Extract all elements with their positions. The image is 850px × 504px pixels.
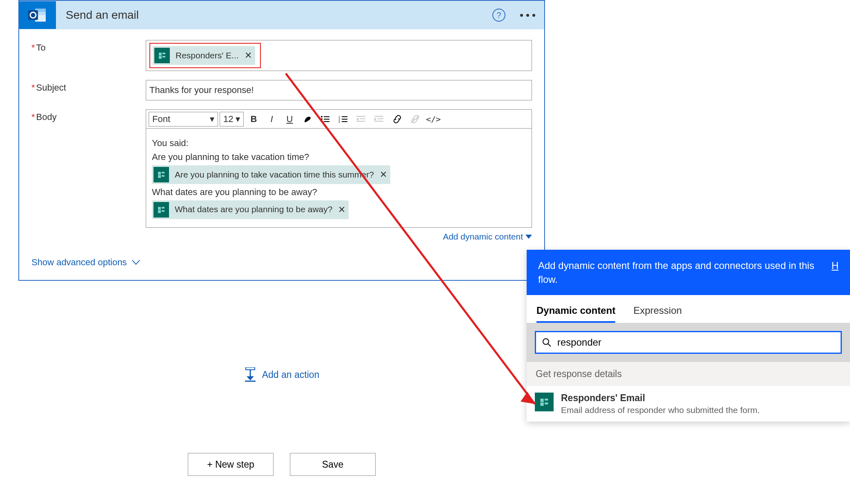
number-list-button[interactable]: 123: [335, 112, 352, 127]
svg-rect-10: [162, 56, 165, 58]
save-button[interactable]: Save: [290, 453, 376, 476]
chevron-down-icon: ▾: [236, 114, 240, 124]
svg-rect-34: [162, 175, 165, 177]
svg-rect-48: [545, 399, 548, 401]
body-text: Are you planning to take vacation time?: [152, 151, 526, 164]
subject-value: Thanks for your response!: [149, 85, 254, 95]
forms-icon: [154, 167, 169, 182]
dynamic-content-search[interactable]: [535, 331, 842, 354]
show-advanced-options[interactable]: Show advanced options: [31, 257, 532, 268]
body-editor[interactable]: You said: Are you planning to take vacat…: [146, 128, 532, 228]
chevron-down-icon: ▾: [210, 114, 214, 124]
card-header[interactable]: Send an email ?: [19, 1, 544, 29]
color-button[interactable]: [299, 112, 316, 127]
add-action-button[interactable]: Add an action: [18, 367, 545, 382]
svg-rect-14: [324, 119, 329, 120]
search-input[interactable]: [557, 337, 835, 348]
underline-button[interactable]: U: [281, 112, 298, 127]
item-title: Responders' Email: [561, 393, 760, 404]
svg-rect-28: [374, 121, 383, 122]
code-view-button[interactable]: </>: [425, 112, 441, 127]
to-token[interactable]: Responders' E... ✕: [153, 46, 255, 65]
body-token-1[interactable]: Are you planning to take vacation time t…: [152, 165, 390, 184]
svg-text:3: 3: [338, 120, 340, 123]
svg-rect-46: [541, 399, 544, 402]
svg-rect-33: [162, 172, 165, 173]
svg-rect-38: [162, 207, 165, 209]
svg-rect-16: [324, 121, 329, 122]
unlink-button[interactable]: [407, 112, 423, 127]
svg-rect-37: [158, 210, 161, 213]
to-token-highlight: Responders' E... ✕: [149, 43, 261, 68]
italic-button[interactable]: I: [263, 112, 280, 127]
svg-rect-24: [360, 118, 365, 119]
font-select[interactable]: Font▾: [149, 112, 218, 127]
svg-rect-47: [541, 402, 544, 406]
body-text: What dates are you planning to be away?: [152, 186, 526, 199]
item-description: Email address of responder who submitted…: [561, 405, 760, 415]
add-action-label: Add an action: [262, 369, 320, 380]
tab-dynamic-content[interactable]: Dynamic content: [536, 305, 615, 323]
bold-button[interactable]: B: [245, 112, 262, 127]
rte-toolbar: Font▾ 12▾ B I U 123: [146, 109, 532, 128]
svg-rect-49: [545, 402, 548, 404]
tab-expression[interactable]: Expression: [633, 305, 682, 323]
add-dynamic-content-link[interactable]: Add dynamic content: [146, 232, 532, 242]
body-token-2[interactable]: What dates are you planning to be away? …: [152, 200, 349, 219]
subject-label: *Subject: [31, 80, 146, 93]
dynamic-content-item[interactable]: Responders' Email Email address of respo…: [527, 386, 850, 422]
svg-rect-7: [159, 53, 162, 56]
add-action-icon: [244, 367, 256, 382]
svg-point-15: [321, 121, 323, 122]
footer-buttons: + New step Save: [18, 453, 545, 476]
svg-rect-31: [158, 172, 161, 175]
svg-line-44: [548, 344, 551, 346]
outlook-icon: [19, 1, 56, 29]
help-icon[interactable]: ?: [492, 9, 505, 22]
svg-rect-32: [158, 175, 161, 178]
svg-rect-12: [324, 116, 329, 117]
svg-point-13: [321, 118, 323, 120]
dynamic-content-tabs: Dynamic content Expression: [527, 295, 850, 323]
subject-input[interactable]: Thanks for your response!: [146, 80, 532, 100]
font-size-select[interactable]: 12▾: [220, 112, 244, 127]
bullet-list-button[interactable]: [317, 112, 334, 127]
hide-link[interactable]: H: [832, 259, 839, 273]
close-icon[interactable]: ✕: [338, 203, 345, 216]
forms-icon: [154, 202, 169, 218]
link-button[interactable]: [389, 112, 405, 127]
forms-icon: [154, 48, 170, 63]
svg-rect-39: [162, 210, 165, 212]
svg-rect-20: [342, 119, 347, 120]
body-label: *Body: [31, 109, 146, 122]
dynamic-content-group: Get response details: [527, 362, 850, 386]
send-email-card: Send an email ? *To Responders' E... ✕: [18, 0, 545, 281]
svg-rect-25: [356, 121, 365, 122]
to-label: *To: [31, 40, 146, 53]
svg-point-43: [543, 339, 549, 344]
indent-button[interactable]: [371, 112, 387, 127]
svg-rect-22: [342, 121, 347, 122]
svg-rect-27: [378, 118, 383, 119]
svg-rect-18: [342, 116, 347, 117]
svg-rect-8: [159, 56, 162, 59]
more-icon[interactable]: [517, 11, 538, 20]
forms-icon: [535, 393, 554, 411]
dynamic-content-panel: Add dynamic content from the apps and co…: [527, 250, 850, 422]
svg-point-11: [321, 116, 323, 118]
close-icon[interactable]: ✕: [380, 168, 387, 181]
close-icon[interactable]: ✕: [245, 50, 252, 61]
svg-rect-26: [374, 116, 383, 117]
svg-rect-40: [246, 367, 255, 370]
dynamic-content-header: Add dynamic content from the apps and co…: [527, 250, 850, 295]
new-step-button[interactable]: + New step: [188, 453, 274, 476]
svg-rect-23: [356, 116, 365, 117]
body-text: You said:: [152, 137, 526, 150]
chevron-down-icon: [132, 260, 140, 265]
search-icon: [542, 337, 552, 347]
outdent-button[interactable]: [353, 112, 369, 127]
card-title: Send an email: [56, 9, 492, 22]
to-input[interactable]: Responders' E... ✕: [146, 40, 532, 71]
svg-rect-9: [162, 53, 165, 54]
card-body: *To Responders' E... ✕ *Subject Thanks f…: [19, 29, 544, 280]
